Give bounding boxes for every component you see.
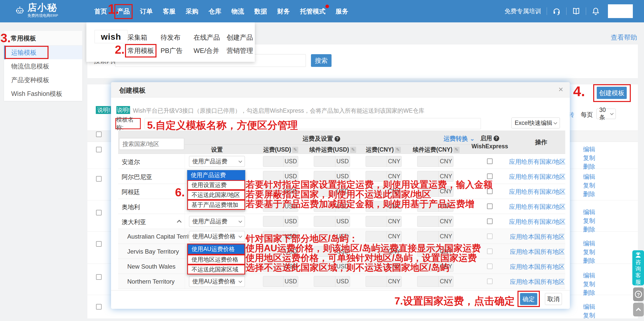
row-checkbox[interactable] — [96, 274, 102, 280]
dropdown-option[interactable]: 使用设置运费 — [187, 180, 245, 190]
row-checkbox[interactable] — [96, 241, 102, 247]
dropdown-option[interactable]: 使用产品运费 — [187, 170, 245, 180]
help-question-icon[interactable]: ? — [335, 136, 340, 142]
nav-menu-item[interactable]: 客服 — [163, 7, 176, 16]
product-menu-item[interactable]: WE/合并 — [194, 46, 219, 55]
fee-cny-input[interactable] — [366, 276, 387, 287]
dropdown-option[interactable]: 基于产品运费增加 — [187, 200, 245, 210]
fee-cny-input[interactable] — [366, 216, 387, 227]
row-checkbox[interactable] — [96, 176, 102, 182]
wishexpress-checkbox[interactable] — [487, 279, 493, 284]
product-menu-item[interactable]: 常用模板 — [128, 46, 154, 55]
fee-usd-input[interactable] — [263, 216, 283, 227]
shipping-mode-select[interactable]: 使用产品运费 — [189, 216, 245, 227]
search-button[interactable]: 搜索 — [311, 54, 332, 67]
nav-menu-item[interactable]: 采购 — [186, 7, 198, 16]
row-checkbox[interactable] — [96, 304, 102, 310]
per-page-select[interactable]: 30条 — [596, 109, 616, 119]
row-action-link[interactable]: 复制 — [583, 154, 595, 162]
product-menu-item[interactable]: 待发布 — [161, 33, 180, 42]
select-all-checkbox[interactable] — [96, 132, 102, 137]
nav-menu-item[interactable]: 数据 — [254, 7, 267, 16]
cont-fee-cny-input[interactable] — [417, 216, 438, 227]
row-action-link[interactable]: 复制 — [583, 280, 595, 288]
product-menu-item[interactable]: 采集箱 — [128, 33, 147, 42]
product-menu-item[interactable]: 创建产品 — [227, 33, 253, 42]
apply-to-all-link[interactable]: 应用给本国所有地区 — [506, 278, 569, 286]
cont-fee-usd-input[interactable] — [314, 216, 335, 227]
fee-usd-input[interactable] — [263, 156, 283, 167]
wishexpress-checkbox[interactable] — [487, 158, 493, 164]
headset-icon[interactable] — [553, 7, 561, 15]
apply-to-all-link[interactable]: 应用给所有国家/地区 — [506, 203, 569, 211]
shipping-mode-select[interactable]: 使用产品运费 — [189, 156, 245, 167]
row-action-link[interactable]: 删除 — [583, 288, 595, 297]
row-action-link[interactable]: 编辑 — [583, 239, 595, 248]
row-action-link[interactable]: 编辑 — [583, 172, 595, 181]
row-checkbox[interactable] — [96, 147, 102, 152]
excel-quick-edit-select[interactable]: Excel快速编辑 — [511, 118, 560, 128]
row-action-link[interactable]: 编辑 — [583, 145, 595, 154]
row-action-link[interactable]: 复制 — [583, 181, 595, 190]
wishexpress-checkbox[interactable] — [487, 249, 493, 254]
fee-cny-input[interactable] — [366, 156, 387, 167]
apply-to-all-link[interactable]: 应用给本国所有地区 — [506, 263, 569, 271]
dropdown-option[interactable]: 使用AU运费价格 — [187, 244, 245, 255]
help-float-button[interactable]: ? — [633, 287, 644, 301]
apply-to-all-link[interactable]: 应用给所有国家/地区 — [506, 188, 569, 196]
edit-icon[interactable]: ✎ — [453, 147, 460, 153]
sidebar-item[interactable]: 运输模板 — [4, 46, 82, 59]
apply-to-all-link[interactable]: 应用给所有国家/地区 — [506, 158, 569, 166]
nav-menu-item[interactable]: 物流 — [231, 7, 244, 16]
product-menu-item[interactable]: 在线产品 — [194, 33, 220, 42]
wishexpress-checkbox[interactable] — [487, 234, 493, 239]
row-action-link[interactable]: 删除 — [583, 190, 595, 198]
consult-service-widget[interactable]: 咨询客服 — [632, 250, 644, 285]
user-shop-box[interactable] — [608, 4, 633, 18]
book-icon[interactable] — [572, 7, 580, 15]
row-checkbox[interactable] — [96, 210, 102, 215]
product-menu-item[interactable]: 营销管理 — [227, 46, 253, 55]
cont-fee-cny-input[interactable] — [417, 156, 438, 167]
edit-icon[interactable]: ✎ — [395, 147, 401, 153]
wishexpress-checkbox[interactable] — [487, 218, 493, 224]
help-question-icon[interactable]: ? — [494, 136, 499, 141]
product-menu-item[interactable]: PB广告 — [161, 46, 183, 55]
row-action-link[interactable]: 编辑 — [583, 271, 595, 280]
row-action-link[interactable]: 删除 — [583, 225, 595, 234]
apply-to-all-link[interactable]: 应用给所有国家/地区 — [506, 218, 569, 226]
free-training-link[interactable]: 免费专属培训 — [505, 7, 541, 15]
apply-to-all-link[interactable]: 应用给本国所有地区 — [506, 233, 569, 241]
sidebar-item[interactable]: 物流信息模板 — [4, 59, 82, 73]
cancel-button[interactable]: 取消 — [545, 293, 562, 305]
apply-to-all-link[interactable]: 应用给所有国家/地区 — [506, 173, 569, 181]
shipping-mode-select[interactable]: 使用AU运费价格 — [189, 276, 245, 287]
row-action-link[interactable]: 编辑 — [583, 302, 595, 311]
row-action-link[interactable]: 复制 — [583, 311, 595, 318]
row-action-link[interactable]: 复制 — [583, 248, 595, 256]
nav-menu-item[interactable]: 仓库 — [209, 7, 221, 16]
back-to-top-button[interactable] — [633, 303, 644, 316]
apply-to-all-link[interactable]: 应用给本国所有地区 — [506, 248, 569, 256]
cont-fee-cny-input[interactable] — [417, 276, 438, 287]
bell-icon[interactable] — [592, 7, 600, 15]
nav-menu-item[interactable]: 托管模式 — [300, 7, 325, 16]
wish-platform-tab[interactable]: wish — [95, 30, 128, 43]
wishexpress-checkbox[interactable] — [487, 173, 493, 179]
row-action-link[interactable]: 编辑 — [583, 208, 595, 216]
shipping-mode-select[interactable]: 使用AU运费价格 — [189, 231, 245, 242]
edit-icon[interactable]: ✎ — [292, 147, 298, 153]
wishexpress-checkbox[interactable] — [487, 264, 493, 269]
collapse-chevron-icon[interactable] — [177, 220, 181, 224]
row-action-link[interactable]: 删除 — [583, 256, 595, 265]
fee-usd-input[interactable] — [263, 276, 283, 287]
dropdown-option[interactable]: 使用地区运费价格 — [187, 255, 245, 265]
nav-menu-item[interactable]: 订单 — [140, 7, 153, 16]
sidebar-item[interactable]: Wish Fashion模板 — [4, 87, 82, 100]
row-action-link[interactable]: 复制 — [583, 216, 595, 225]
nav-menu-item[interactable]: 财务 — [277, 7, 290, 16]
cont-fee-usd-input[interactable] — [314, 276, 335, 287]
edit-icon[interactable]: ✎ — [350, 147, 356, 153]
sidebar-item[interactable]: 产品变种模板 — [4, 73, 82, 87]
cont-fee-usd-input[interactable] — [314, 156, 335, 167]
